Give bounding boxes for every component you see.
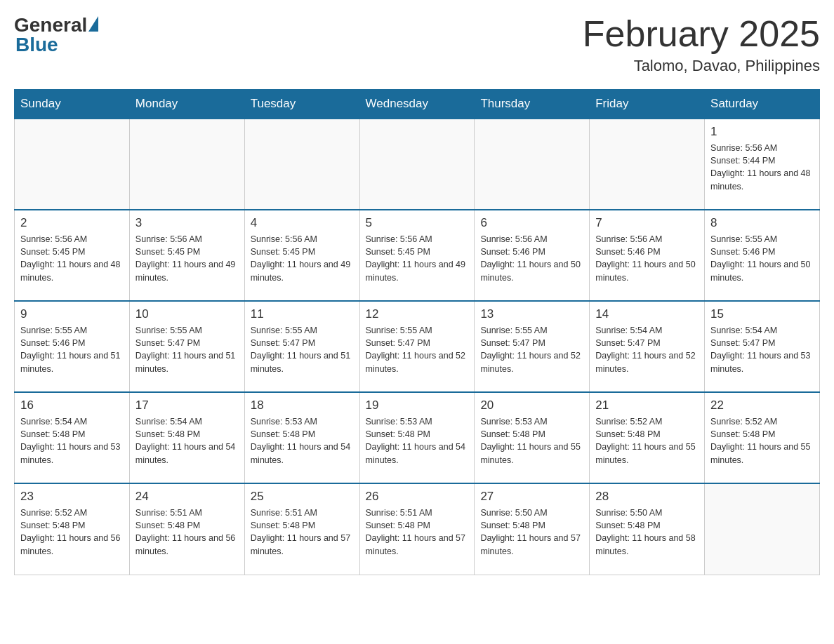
calendar-cell: 16Sunrise: 5:54 AM Sunset: 5:48 PM Dayli… [15, 392, 130, 483]
day-info: Sunrise: 5:55 AM Sunset: 5:47 PM Dayligh… [480, 324, 583, 375]
day-number: 7 [595, 216, 699, 230]
day-number: 15 [710, 307, 814, 321]
day-number: 3 [135, 216, 239, 230]
weekday-header-monday: Monday [129, 90, 244, 119]
calendar-week-row: 23Sunrise: 5:52 AM Sunset: 5:48 PM Dayli… [15, 483, 820, 575]
day-number: 19 [366, 398, 469, 412]
day-number: 2 [20, 216, 124, 230]
calendar-cell: 1Sunrise: 5:56 AM Sunset: 5:44 PM Daylig… [705, 119, 820, 210]
day-info: Sunrise: 5:55 AM Sunset: 5:47 PM Dayligh… [251, 324, 354, 375]
calendar-body: 1Sunrise: 5:56 AM Sunset: 5:44 PM Daylig… [15, 119, 820, 575]
calendar-cell: 9Sunrise: 5:55 AM Sunset: 5:46 PM Daylig… [15, 301, 130, 392]
calendar-week-row: 16Sunrise: 5:54 AM Sunset: 5:48 PM Dayli… [15, 392, 820, 483]
day-info: Sunrise: 5:54 AM Sunset: 5:48 PM Dayligh… [135, 415, 239, 467]
day-info: Sunrise: 5:51 AM Sunset: 5:48 PM Dayligh… [251, 507, 354, 558]
day-number: 8 [710, 216, 814, 230]
day-info: Sunrise: 5:55 AM Sunset: 5:47 PM Dayligh… [366, 324, 469, 375]
day-info: Sunrise: 5:52 AM Sunset: 5:48 PM Dayligh… [20, 507, 124, 558]
calendar-cell: 17Sunrise: 5:54 AM Sunset: 5:48 PM Dayli… [129, 392, 244, 483]
calendar-cell: 10Sunrise: 5:55 AM Sunset: 5:47 PM Dayli… [129, 301, 244, 392]
day-number: 11 [251, 307, 354, 321]
calendar-cell [244, 119, 359, 210]
weekday-header-saturday: Saturday [705, 90, 820, 119]
calendar-table: SundayMondayTuesdayWednesdayThursdayFrid… [14, 89, 820, 575]
day-number: 20 [480, 398, 583, 412]
calendar-cell [359, 119, 475, 210]
logo-blue-text: Blue [15, 34, 58, 56]
day-number: 22 [710, 398, 814, 412]
day-number: 12 [366, 307, 469, 321]
day-info: Sunrise: 5:56 AM Sunset: 5:45 PM Dayligh… [366, 233, 469, 284]
day-number: 13 [480, 307, 583, 321]
day-info: Sunrise: 5:50 AM Sunset: 5:48 PM Dayligh… [480, 507, 583, 558]
day-number: 6 [480, 216, 583, 230]
calendar-cell: 8Sunrise: 5:55 AM Sunset: 5:46 PM Daylig… [705, 210, 820, 301]
day-info: Sunrise: 5:56 AM Sunset: 5:46 PM Dayligh… [595, 233, 699, 284]
day-number: 9 [20, 307, 124, 321]
day-info: Sunrise: 5:56 AM Sunset: 5:45 PM Dayligh… [20, 233, 124, 284]
day-info: Sunrise: 5:54 AM Sunset: 5:47 PM Dayligh… [710, 324, 814, 375]
day-number: 16 [20, 398, 124, 412]
logo-triangle-icon [88, 16, 98, 32]
day-info: Sunrise: 5:51 AM Sunset: 5:48 PM Dayligh… [135, 507, 239, 558]
day-info: Sunrise: 5:56 AM Sunset: 5:45 PM Dayligh… [135, 233, 239, 284]
month-title: February 2025 [583, 14, 820, 54]
weekday-header-tuesday: Tuesday [244, 90, 359, 119]
calendar-cell: 11Sunrise: 5:55 AM Sunset: 5:47 PM Dayli… [244, 301, 359, 392]
calendar-cell: 12Sunrise: 5:55 AM Sunset: 5:47 PM Dayli… [359, 301, 475, 392]
day-number: 18 [251, 398, 354, 412]
logo: General Blue [14, 14, 98, 56]
calendar-cell: 27Sunrise: 5:50 AM Sunset: 5:48 PM Dayli… [475, 483, 590, 575]
day-info: Sunrise: 5:55 AM Sunset: 5:46 PM Dayligh… [20, 324, 124, 375]
calendar-cell: 7Sunrise: 5:56 AM Sunset: 5:46 PM Daylig… [590, 210, 705, 301]
day-info: Sunrise: 5:52 AM Sunset: 5:48 PM Dayligh… [595, 415, 699, 467]
day-info: Sunrise: 5:55 AM Sunset: 5:46 PM Dayligh… [710, 233, 814, 284]
calendar-cell [15, 119, 130, 210]
day-number: 23 [20, 490, 124, 504]
calendar-cell: 28Sunrise: 5:50 AM Sunset: 5:48 PM Dayli… [590, 483, 705, 575]
calendar-week-row: 1Sunrise: 5:56 AM Sunset: 5:44 PM Daylig… [15, 119, 820, 210]
calendar-cell: 19Sunrise: 5:53 AM Sunset: 5:48 PM Dayli… [359, 392, 475, 483]
day-number: 24 [135, 490, 239, 504]
day-number: 28 [595, 490, 699, 504]
calendar-cell: 5Sunrise: 5:56 AM Sunset: 5:45 PM Daylig… [359, 210, 475, 301]
day-info: Sunrise: 5:53 AM Sunset: 5:48 PM Dayligh… [480, 415, 583, 467]
day-info: Sunrise: 5:53 AM Sunset: 5:48 PM Dayligh… [366, 415, 469, 467]
day-number: 10 [135, 307, 239, 321]
day-number: 17 [135, 398, 239, 412]
day-number: 27 [480, 490, 583, 504]
day-info: Sunrise: 5:56 AM Sunset: 5:44 PM Dayligh… [710, 142, 814, 193]
calendar-cell: 4Sunrise: 5:56 AM Sunset: 5:45 PM Daylig… [244, 210, 359, 301]
day-number: 4 [251, 216, 354, 230]
day-info: Sunrise: 5:54 AM Sunset: 5:48 PM Dayligh… [20, 415, 124, 467]
calendar-cell: 14Sunrise: 5:54 AM Sunset: 5:47 PM Dayli… [590, 301, 705, 392]
weekday-header-wednesday: Wednesday [359, 90, 475, 119]
calendar-cell: 25Sunrise: 5:51 AM Sunset: 5:48 PM Dayli… [244, 483, 359, 575]
calendar-cell: 26Sunrise: 5:51 AM Sunset: 5:48 PM Dayli… [359, 483, 475, 575]
calendar-week-row: 2Sunrise: 5:56 AM Sunset: 5:45 PM Daylig… [15, 210, 820, 301]
title-area: February 2025 Talomo, Davao, Philippines [583, 14, 820, 75]
calendar-cell: 6Sunrise: 5:56 AM Sunset: 5:46 PM Daylig… [475, 210, 590, 301]
calendar-cell: 23Sunrise: 5:52 AM Sunset: 5:48 PM Dayli… [15, 483, 130, 575]
calendar-header: SundayMondayTuesdayWednesdayThursdayFrid… [15, 90, 820, 119]
calendar-cell: 15Sunrise: 5:54 AM Sunset: 5:47 PM Dayli… [705, 301, 820, 392]
calendar-cell [705, 483, 820, 575]
calendar-cell: 24Sunrise: 5:51 AM Sunset: 5:48 PM Dayli… [129, 483, 244, 575]
weekday-header-friday: Friday [590, 90, 705, 119]
day-info: Sunrise: 5:55 AM Sunset: 5:47 PM Dayligh… [135, 324, 239, 375]
day-info: Sunrise: 5:56 AM Sunset: 5:46 PM Dayligh… [480, 233, 583, 284]
day-number: 26 [366, 490, 469, 504]
day-number: 21 [595, 398, 699, 412]
calendar-cell: 3Sunrise: 5:56 AM Sunset: 5:45 PM Daylig… [129, 210, 244, 301]
day-number: 25 [251, 490, 354, 504]
calendar-week-row: 9Sunrise: 5:55 AM Sunset: 5:46 PM Daylig… [15, 301, 820, 392]
weekday-header-row: SundayMondayTuesdayWednesdayThursdayFrid… [15, 90, 820, 119]
day-info: Sunrise: 5:52 AM Sunset: 5:48 PM Dayligh… [710, 415, 814, 467]
day-info: Sunrise: 5:53 AM Sunset: 5:48 PM Dayligh… [251, 415, 354, 467]
day-info: Sunrise: 5:54 AM Sunset: 5:47 PM Dayligh… [595, 324, 699, 375]
day-info: Sunrise: 5:56 AM Sunset: 5:45 PM Dayligh… [251, 233, 354, 284]
day-number: 1 [710, 125, 814, 139]
calendar-cell: 22Sunrise: 5:52 AM Sunset: 5:48 PM Dayli… [705, 392, 820, 483]
day-number: 14 [595, 307, 699, 321]
weekday-header-sunday: Sunday [15, 90, 130, 119]
